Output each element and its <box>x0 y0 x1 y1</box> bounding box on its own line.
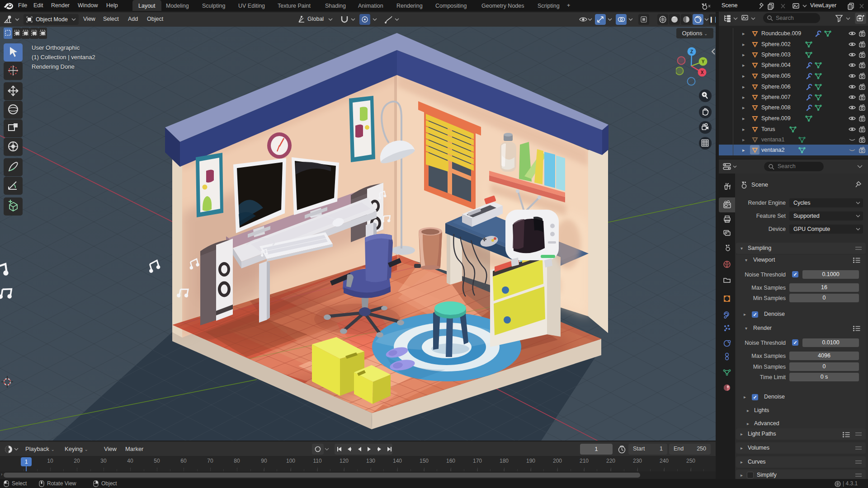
svg-text:Z: Z <box>690 49 693 54</box>
svg-text:Y: Y <box>702 59 705 64</box>
svg-text:X: X <box>701 70 704 75</box>
